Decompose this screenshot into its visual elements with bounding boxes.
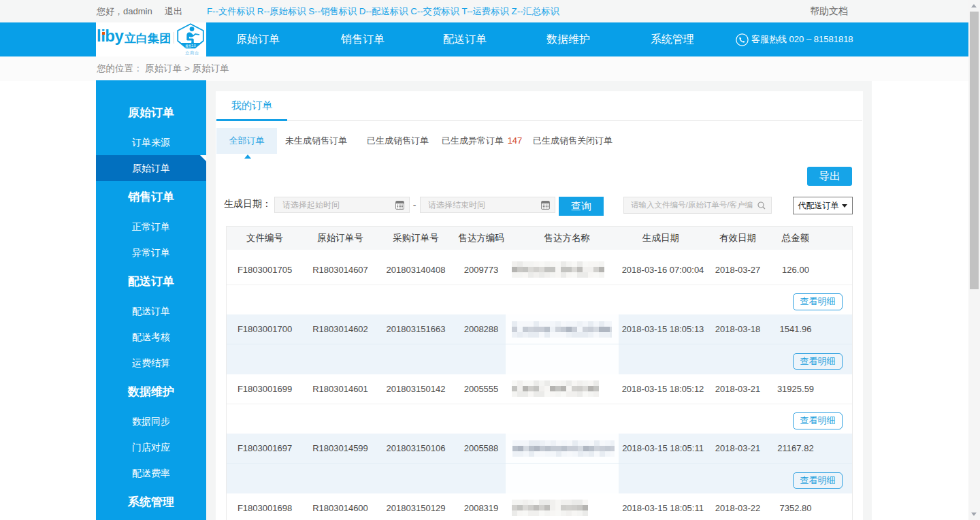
svg-text:服务2.0: 服务2.0 [185,44,196,48]
